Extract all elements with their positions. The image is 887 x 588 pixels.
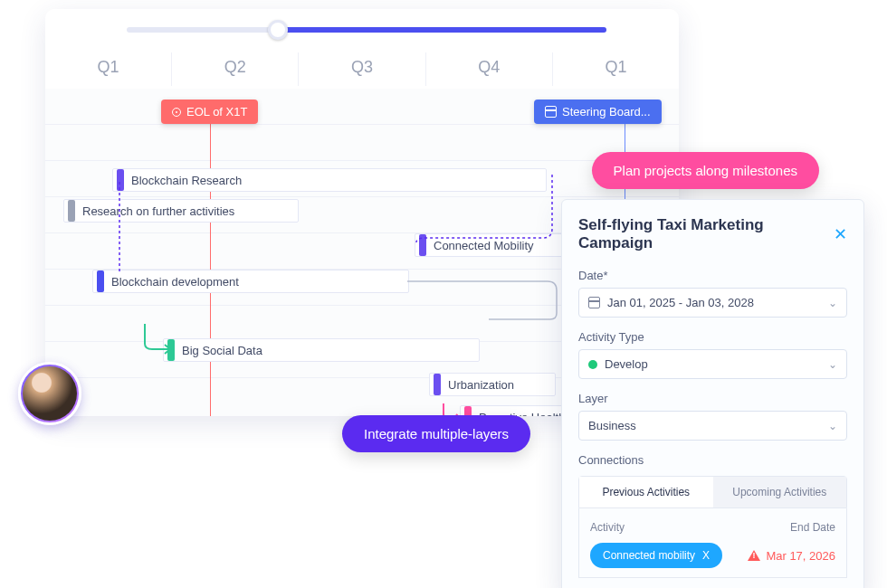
calendar-icon — [588, 297, 600, 308]
bar-color-indicator — [68, 200, 75, 222]
calendar-icon — [545, 106, 557, 118]
timeline-slider-fill — [277, 27, 606, 33]
bar-label: Connected Mobility — [434, 239, 534, 252]
bar-color-indicator — [97, 270, 104, 292]
quarter-q4: Q4 — [426, 52, 553, 86]
connections-tab-body: Activity End Date Connected mobility X M… — [578, 508, 847, 578]
chevron-down-icon: ⌄ — [828, 297, 837, 309]
activity-detail-panel: Self-flying Taxi Marketing Campaign ✕ Da… — [561, 199, 864, 588]
layer-label: Layer — [578, 392, 847, 405]
chevron-down-icon: ⌄ — [828, 358, 837, 371]
bar-label: Research on further activities — [82, 204, 234, 218]
activity-type-label: Activity Type — [578, 330, 847, 344]
milestone-dot-icon — [172, 108, 181, 117]
layer-value: Business — [588, 419, 636, 432]
quarter-q1a: Q1 — [45, 52, 172, 86]
bar-color-indicator — [434, 374, 441, 395]
quarter-q2: Q2 — [172, 52, 299, 86]
tab-previous-activities[interactable]: Previous Activities — [579, 477, 713, 507]
layer-select[interactable]: Business ⌄ — [578, 411, 847, 441]
end-date-warning: Mar 17, 2026 — [748, 549, 835, 563]
date-label: Date* — [578, 269, 847, 282]
bar-big-social[interactable]: Big Social Data — [163, 338, 480, 362]
status-dot-icon — [588, 360, 597, 369]
connections-label: Connections — [578, 453, 847, 467]
col-end-date: End Date — [790, 521, 835, 534]
col-activity: Activity — [590, 521, 625, 534]
connections-tabs: Previous Activities Upcoming Activities — [578, 476, 847, 508]
milestone-tag-eol[interactable]: EOL of X1T — [161, 100, 258, 124]
chip-label: Connected mobility — [603, 549, 695, 562]
bar-color-indicator — [117, 169, 124, 191]
activity-type-value: Develop — [605, 357, 648, 371]
quarter-q3: Q3 — [299, 52, 425, 86]
end-date-value: Mar 17, 2026 — [766, 549, 835, 563]
bar-label: Blockchain Research — [131, 174, 242, 187]
close-icon[interactable]: ✕ — [834, 224, 847, 244]
user-avatar[interactable] — [18, 362, 81, 425]
warning-icon — [748, 550, 760, 561]
bar-color-indicator — [167, 339, 175, 361]
quarter-header-row: Q1 Q2 Q3 Q4 Q1 — [45, 52, 679, 86]
bar-label: Blockchain development — [111, 275, 239, 289]
activity-type-select[interactable]: Develop ⌄ — [578, 349, 847, 379]
milestone-label: EOL of X1T — [186, 105, 247, 119]
milestone-tag-steering[interactable]: Steering Board... — [534, 100, 662, 124]
chip-remove-icon[interactable]: X — [702, 549, 710, 562]
tab-upcoming-activities[interactable]: Upcoming Activities — [713, 477, 847, 507]
bar-urbanization[interactable]: Urbanization — [429, 373, 556, 396]
avatar-image — [23, 366, 77, 421]
callout-plan-milestones: Plan projects along milestones — [592, 152, 819, 189]
callout-integrate-layers: Integrate multiple-layers — [342, 415, 530, 452]
bar-blockchain-dev[interactable]: Blockchain development — [92, 270, 409, 293]
bar-label: Urbanization — [448, 378, 514, 392]
bar-blockchain-research[interactable]: Blockchain Research — [112, 168, 547, 192]
timeline-slider-thumb[interactable] — [268, 20, 288, 40]
bar-label: Big Social Data — [182, 344, 262, 357]
quarter-q1b: Q1 — [553, 52, 679, 86]
milestone-label: Steering Board... — [562, 105, 651, 119]
chevron-down-icon: ⌄ — [828, 420, 837, 432]
bar-further-activities[interactable]: Research on further activities — [63, 199, 299, 223]
date-input[interactable]: Jan 01, 2025 - Jan 03, 2028 ⌄ — [578, 288, 847, 318]
timeline-slider-track[interactable] — [127, 27, 606, 33]
detail-title: Self-flying Taxi Marketing Campaign — [578, 216, 834, 252]
date-value: Jan 01, 2025 - Jan 03, 2028 — [607, 296, 754, 309]
bar-color-indicator — [419, 234, 426, 256]
activity-chip[interactable]: Connected mobility X — [590, 543, 722, 568]
bar-connected-mobility[interactable]: Connected Mobility — [415, 233, 570, 257]
